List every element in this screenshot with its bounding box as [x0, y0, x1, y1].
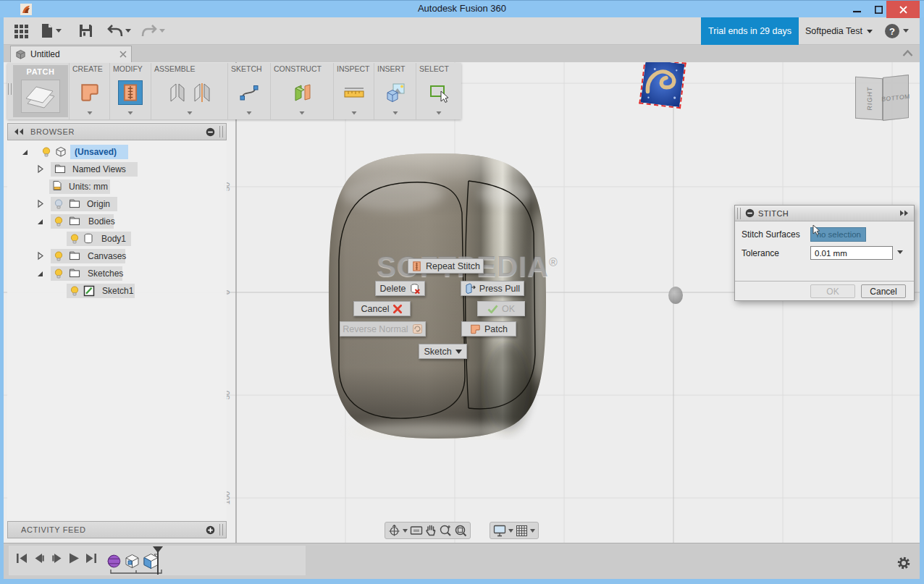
- visibility-bulb-off-icon[interactable]: [54, 199, 64, 209]
- cancel-button[interactable]: Cancel: [861, 284, 906, 298]
- tolerance-input[interactable]: 0.01 mm: [810, 246, 893, 260]
- viewcube-bottom-face[interactable]: BOTTOM: [883, 75, 909, 121]
- orbit-dropdown-icon[interactable]: [403, 529, 408, 533]
- tree-item-named-views[interactable]: Named Views: [72, 164, 126, 174]
- expand-arrow-icon[interactable]: [20, 148, 30, 157]
- collapse-arrow-icon[interactable]: [35, 251, 45, 261]
- menu-item-reverse-normal[interactable]: Reverse Normal: [340, 321, 426, 337]
- play-icon[interactable]: [68, 553, 80, 564]
- menu-item-sketch[interactable]: Sketch: [419, 344, 467, 359]
- undo-icon[interactable]: [107, 25, 123, 37]
- create-patch-icon[interactable]: [80, 82, 100, 103]
- grid-settings-icon[interactable]: [516, 525, 528, 537]
- look-at-icon[interactable]: [410, 525, 423, 536]
- timeline-boundary-fill-icon[interactable]: [125, 554, 140, 569]
- close-button[interactable]: [886, 1, 920, 18]
- timeline-form-feature-icon[interactable]: [107, 554, 121, 568]
- ribbon-group-sketch[interactable]: SKETCH: [227, 63, 270, 119]
- expand-arrow-icon[interactable]: [35, 217, 45, 227]
- visibility-bulb-icon[interactable]: [54, 216, 64, 227]
- minimize-button[interactable]: [846, 1, 868, 18]
- save-icon[interactable]: [79, 24, 93, 38]
- expand-double-arrow-icon[interactable]: [899, 210, 910, 216]
- collapse-toolbar-chevron-icon[interactable]: [902, 50, 913, 56]
- orbit-icon[interactable]: [388, 524, 400, 537]
- timeline-playhead[interactable]: [152, 546, 164, 575]
- app-launcher-icon[interactable]: [14, 25, 28, 38]
- group-dropdown-icon[interactable]: [187, 111, 193, 115]
- sketch-spline-icon[interactable]: [238, 82, 260, 103]
- tree-item-sketch1[interactable]: Sketch1: [102, 286, 133, 296]
- collapse-panel-icon[interactable]: [13, 128, 25, 135]
- panel-grip[interactable]: [219, 524, 223, 536]
- workspace-selector[interactable]: PATCH: [13, 65, 68, 117]
- go-to-start-icon[interactable]: [16, 553, 28, 564]
- collapse-arrow-icon[interactable]: [35, 199, 45, 208]
- step-forward-icon[interactable]: [51, 553, 63, 564]
- add-icon[interactable]: [206, 525, 215, 535]
- origin-point-marker[interactable]: [668, 287, 683, 304]
- viewcube-right-face[interactable]: RIGHT: [855, 77, 883, 121]
- zoom-window-icon[interactable]: [454, 524, 467, 537]
- canvas-decal[interactable]: [639, 58, 686, 109]
- joint-icon[interactable]: [191, 81, 213, 104]
- undo-dropdown-icon[interactable]: [125, 29, 131, 33]
- tree-item-origin[interactable]: Origin: [87, 199, 110, 209]
- group-dropdown-icon[interactable]: [436, 111, 442, 115]
- file-icon[interactable]: [41, 23, 53, 38]
- select-tool-icon[interactable]: [428, 82, 450, 103]
- menu-item-ok[interactable]: OK: [477, 301, 525, 316]
- ribbon-group-assemble[interactable]: ASSEMBLE: [151, 63, 227, 119]
- go-to-end-icon[interactable]: [85, 553, 97, 564]
- tree-item-canvases[interactable]: Canvases: [88, 251, 126, 261]
- ribbon-group-modify[interactable]: MODIFY: [109, 63, 151, 119]
- browser-header[interactable]: BROWSER: [7, 123, 227, 140]
- visibility-bulb-icon[interactable]: [54, 251, 64, 261]
- activity-feed-bar[interactable]: ACTIVITY FEED: [7, 521, 227, 538]
- titlebar[interactable]: Autodesk Fusion 360: [0, 0, 924, 17]
- pan-hand-icon[interactable]: [425, 524, 437, 537]
- zoom-icon[interactable]: [439, 524, 452, 537]
- ribbon-grip[interactable]: [8, 83, 12, 95]
- trial-countdown-button[interactable]: Trial ends in 29 days: [701, 17, 799, 45]
- step-back-icon[interactable]: [33, 553, 46, 564]
- tree-item-sketches[interactable]: Sketches: [88, 268, 123, 279]
- menu-item-delete[interactable]: Delete: [375, 281, 425, 296]
- construct-plane-icon[interactable]: [291, 82, 313, 103]
- group-dropdown-icon[interactable]: [87, 111, 93, 115]
- ok-button[interactable]: OK: [810, 284, 855, 298]
- ribbon-group-insert[interactable]: INSERT: [374, 63, 416, 119]
- display-settings-icon[interactable]: [493, 525, 506, 537]
- help-dropdown-icon[interactable]: [903, 29, 909, 33]
- menu-item-cancel[interactable]: Cancel: [353, 301, 411, 316]
- expand-arrow-icon[interactable]: [35, 269, 45, 279]
- document-tab-untitled[interactable]: Untitled: [10, 46, 132, 62]
- group-dropdown-icon[interactable]: [246, 111, 252, 115]
- stitch-tool-icon[interactable]: [121, 82, 140, 103]
- collapse-minus-icon[interactable]: [745, 208, 755, 218]
- ribbon-group-construct[interactable]: CONSTRUCT: [270, 63, 333, 119]
- display-dropdown-icon[interactable]: [508, 529, 513, 533]
- redo-dropdown-icon[interactable]: [159, 29, 165, 33]
- ribbon-group-create[interactable]: CREATE: [69, 63, 109, 119]
- tree-item-unsaved[interactable]: (Unsaved): [75, 147, 117, 157]
- ribbon-group-inspect[interactable]: INSPECT: [333, 63, 374, 119]
- tree-item-body1[interactable]: Body1: [101, 234, 126, 244]
- menu-item-press-pull[interactable]: Press Pull: [461, 281, 524, 296]
- group-dropdown-icon[interactable]: [127, 111, 133, 115]
- panel-grip[interactable]: [219, 126, 223, 137]
- user-menu[interactable]: Softpedia Test: [805, 26, 873, 36]
- tree-item-units[interactable]: Units: mm: [69, 182, 108, 192]
- dialog-grip[interactable]: [737, 208, 741, 219]
- menu-item-patch[interactable]: Patch: [461, 321, 516, 337]
- settings-gear-icon[interactable]: [896, 556, 911, 570]
- measure-ruler-icon[interactable]: [343, 86, 366, 99]
- tree-item-bodies[interactable]: Bodies: [88, 216, 115, 227]
- help-button[interactable]: ?: [885, 24, 899, 38]
- group-dropdown-icon[interactable]: [392, 111, 398, 115]
- menu-item-repeat-stitch[interactable]: Repeat Stitch: [408, 258, 484, 274]
- ribbon-group-select[interactable]: SELECT: [416, 63, 461, 119]
- new-component-icon[interactable]: [167, 81, 188, 104]
- visibility-bulb-icon[interactable]: [41, 147, 51, 157]
- file-dropdown-icon[interactable]: [56, 29, 62, 33]
